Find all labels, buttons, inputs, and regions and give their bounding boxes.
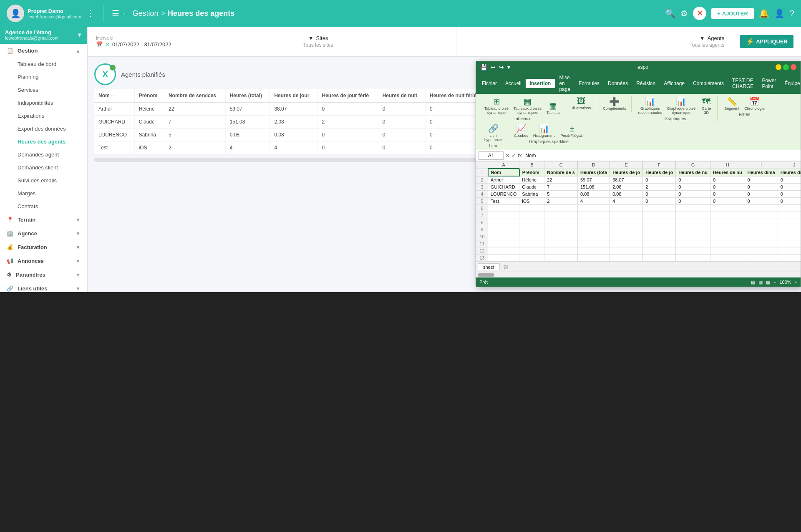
ss-cell-r12-c8[interactable] — [710, 247, 745, 255]
ss-cell-r3-c2[interactable]: Claude — [519, 184, 544, 191]
ss-cell-r11-c5[interactable] — [610, 240, 643, 247]
ss-cell-r10-c7[interactable] — [676, 233, 710, 240]
sidebar-item-contrats[interactable]: Contrats — [0, 200, 87, 213]
row-num-1[interactable]: 1 — [476, 169, 488, 176]
ss-cell-r9-c7[interactable] — [676, 226, 710, 233]
ribbon-btn-illustrations[interactable]: 🖼 Illustrations — [570, 96, 593, 111]
formula-fx-icon[interactable]: fx — [518, 152, 522, 159]
ss-cell-r8-c8[interactable] — [710, 219, 745, 226]
ss-cell-r12-c1[interactable] — [488, 247, 519, 255]
row-num-13[interactable]: 13 — [476, 255, 488, 262]
excel-menu-complements[interactable]: Compléments — [689, 79, 728, 88]
excel-undo-icon[interactable]: ↩ — [491, 64, 496, 71]
ss-cell-r5-c5[interactable]: 4 — [610, 198, 643, 205]
ss-cell-r5-c10[interactable]: 0 — [778, 198, 801, 205]
h-scrollbar[interactable] — [94, 158, 514, 162]
ss-cell-r5-c8[interactable]: 0 — [710, 198, 745, 205]
ss-cell-r6-c10[interactable] — [778, 205, 801, 212]
sidebar-section-liens[interactable]: 🔗 Liens utiles ▼ — [0, 282, 87, 292]
ribbon-btn-chronologie[interactable]: 📅 Chronologie — [743, 96, 766, 111]
col-G[interactable]: G — [676, 161, 710, 169]
col-J[interactable]: J — [778, 161, 801, 169]
formula-confirm-icon[interactable]: ✓ — [511, 152, 516, 159]
ss-cell-r13-c6[interactable] — [643, 255, 676, 262]
ss-cell-r1-c8[interactable]: Heures de nu — [710, 169, 745, 176]
ss-cell-r13-c7[interactable] — [676, 255, 710, 262]
ss-cell-r9-c5[interactable] — [610, 226, 643, 233]
row-num-12[interactable]: 12 — [476, 247, 488, 255]
ss-cell-r4-c7[interactable]: 0 — [676, 191, 710, 198]
row-num-6[interactable]: 6 — [476, 205, 488, 212]
sidebar-item-demandes-agent[interactable]: Demandes agent — [0, 148, 87, 161]
row-num-5[interactable]: 5 — [476, 198, 488, 205]
ss-cell-r3-c9[interactable]: 0 — [745, 184, 778, 191]
excel-minimize-button[interactable] — [776, 64, 781, 70]
ss-cell-r5-c6[interactable]: 0 — [643, 198, 676, 205]
ss-cell-r13-c8[interactable] — [710, 255, 745, 262]
sidebar-item-marges[interactable]: Marges — [0, 187, 87, 200]
ss-cell-r5-c1[interactable]: Test — [488, 198, 519, 205]
agency-row[interactable]: Agence de l'étang lewebfrancais@gmail.co… — [0, 27, 87, 44]
row-num-3[interactable]: 3 — [476, 184, 488, 191]
ss-cell-r3-c10[interactable]: 0 — [778, 184, 801, 191]
ss-cell-r11-c4[interactable] — [577, 240, 610, 247]
ss-cell-r8-c3[interactable] — [544, 219, 578, 226]
excel-menu-formules[interactable]: Formules — [574, 79, 604, 88]
ss-cell-r10-c10[interactable] — [778, 233, 801, 240]
ss-cell-r1-c9[interactable]: Heures dima — [745, 169, 778, 176]
excel-view-page[interactable]: ▥ — [758, 280, 763, 285]
ss-cell-r1-c10[interactable]: Heures dima — [778, 169, 801, 176]
ss-cell-r2-c1[interactable]: Arthur — [488, 176, 519, 184]
ss-cell-r2-c6[interactable]: 0 — [643, 176, 676, 184]
ss-cell-r6-c2[interactable] — [519, 205, 544, 212]
ss-cell-r4-c5[interactable]: 0.08 — [610, 191, 643, 198]
row-num-7[interactable]: 7 — [476, 212, 488, 219]
ajouter-button[interactable]: + AJOUTER — [711, 8, 754, 19]
ss-cell-r10-c8[interactable] — [710, 233, 745, 240]
ribbon-btn-tableau[interactable]: ▦ Tableau — [545, 100, 562, 116]
excel-view-normal[interactable]: ▤ — [751, 280, 755, 285]
ribbon-btn-lien[interactable]: 🔗 Lienhypertexte — [483, 123, 504, 143]
export-circle-button[interactable]: X — [94, 63, 116, 85]
ss-cell-r4-c4[interactable]: 0.08 — [577, 191, 610, 198]
ss-cell-r4-c9[interactable]: 0 — [745, 191, 778, 198]
col-A[interactable]: A — [488, 161, 519, 169]
ss-cell-r9-c10[interactable] — [778, 226, 801, 233]
col-prenom[interactable]: Prénom — [134, 89, 164, 102]
sites-value[interactable]: ▼ Sites — [308, 35, 328, 41]
ribbon-btn-carte-3d[interactable]: 🗺 Carte3D — [699, 96, 714, 116]
excel-menu-revision[interactable]: Révision — [632, 79, 660, 88]
ss-cell-r2-c10[interactable]: 0 — [778, 176, 801, 184]
ss-cell-r13-c9[interactable] — [745, 255, 778, 262]
ss-cell-r10-c3[interactable] — [544, 233, 578, 240]
sidebar-section-facturation[interactable]: 💰 Facturation ▼ — [0, 240, 87, 254]
close-button[interactable]: ✕ — [693, 7, 706, 20]
ss-cell-r8-c7[interactable] — [676, 219, 710, 226]
ss-cell-r8-c9[interactable] — [745, 219, 778, 226]
sheet-tab-sheet[interactable]: sheet — [478, 263, 500, 270]
col-H[interactable]: H — [710, 161, 745, 169]
ss-cell-r12-c2[interactable] — [519, 247, 544, 255]
ss-cell-r3-c3[interactable]: 7 — [544, 184, 578, 191]
ss-cell-r2-c8[interactable]: 0 — [710, 176, 745, 184]
ss-cell-r3-c8[interactable]: 0 — [710, 184, 745, 191]
ss-cell-r8-c1[interactable] — [488, 219, 519, 226]
spreadsheet-container[interactable]: A B C D E F G H I J — [476, 161, 801, 262]
ss-cell-r9-c1[interactable] — [488, 226, 519, 233]
excel-menu-power-point[interactable]: Power Point — [758, 76, 780, 91]
sheet-add-button[interactable]: ⊕ — [501, 263, 511, 271]
ss-cell-r12-c10[interactable] — [778, 247, 801, 255]
sidebar-item-export-donnees[interactable]: Export des données — [0, 122, 87, 135]
agency-chevron-icon[interactable]: ▼ — [77, 32, 82, 38]
ss-cell-r6-c5[interactable] — [610, 205, 643, 212]
ss-cell-r2-c3[interactable]: 22 — [544, 176, 578, 184]
ss-cell-r11-c7[interactable] — [676, 240, 710, 247]
sidebar-section-terrain[interactable]: 📍 Terrain ▼ — [0, 213, 87, 227]
ss-cell-r7-c7[interactable] — [676, 212, 710, 219]
ribbon-btn-complements[interactable]: ➕ Compléments — [601, 96, 628, 111]
ss-cell-r12-c7[interactable] — [676, 247, 710, 255]
ss-cell-r7-c10[interactable] — [778, 212, 801, 219]
ss-cell-r7-c9[interactable] — [745, 212, 778, 219]
ss-cell-r8-c5[interactable] — [610, 219, 643, 226]
row-num-2[interactable]: 2 — [476, 176, 488, 184]
